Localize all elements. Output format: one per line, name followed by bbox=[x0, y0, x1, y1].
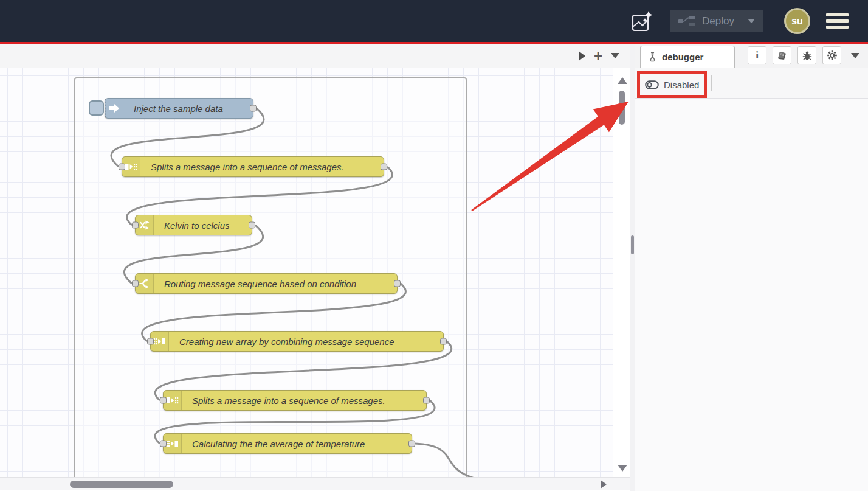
vertical-scrollbar-thumb[interactable] bbox=[619, 91, 625, 125]
hamburger-menu-icon[interactable] bbox=[826, 13, 849, 29]
sidebar: debugger i bbox=[635, 44, 868, 491]
debug-button[interactable] bbox=[797, 46, 816, 64]
debug-toolbar: Disabled bbox=[635, 68, 868, 99]
output-port[interactable] bbox=[250, 105, 257, 112]
sidebar-tabs: debugger i bbox=[635, 44, 868, 68]
node-label: Routing message sequence based on condit… bbox=[154, 274, 397, 293]
horizontal-scrollbar[interactable] bbox=[0, 477, 630, 490]
sidebar-separator[interactable] bbox=[630, 44, 635, 491]
settings-button[interactable] bbox=[822, 46, 841, 64]
flow-node-join[interactable]: Creating new array by combining message … bbox=[150, 331, 444, 352]
debug-disabled-toggle[interactable]: Disabled bbox=[645, 80, 699, 90]
tab-debugger[interactable]: debugger bbox=[640, 46, 735, 68]
flow-node-inject[interactable]: Inject the sample data bbox=[105, 98, 253, 119]
flow-node-split[interactable]: Splits a message into a sequence of mess… bbox=[163, 390, 427, 411]
input-port[interactable] bbox=[160, 397, 167, 404]
sidebar-menu-chevron-icon[interactable] bbox=[851, 53, 859, 58]
bug-icon bbox=[802, 50, 812, 61]
separator-drag-handle[interactable] bbox=[631, 235, 634, 254]
inject-arrow-icon bbox=[105, 99, 123, 118]
horizontal-scrollbar-thumb[interactable] bbox=[70, 481, 173, 488]
debug-messages-panel bbox=[635, 99, 868, 491]
deploy-label: Deploy bbox=[702, 15, 734, 27]
node-label: Splits a message into a sequence of mess… bbox=[182, 391, 426, 410]
scroll-tabs-right-icon[interactable] bbox=[579, 51, 585, 61]
avatar[interactable]: su bbox=[784, 8, 810, 34]
toggle-icon bbox=[645, 80, 659, 89]
scroll-up-icon[interactable] bbox=[618, 77, 627, 84]
node-label: Creating new array by combining message … bbox=[169, 332, 443, 351]
output-port[interactable] bbox=[423, 397, 430, 404]
avatar-initials: su bbox=[791, 16, 803, 27]
node-label: Kelvin to celcius bbox=[154, 215, 252, 235]
flow-node-switch[interactable]: Routing message sequence based on condit… bbox=[135, 273, 398, 294]
annotation-highlight-box: Disabled bbox=[637, 71, 707, 98]
node-label: Inject the sample data bbox=[123, 99, 253, 118]
scroll-right-icon[interactable] bbox=[601, 480, 607, 489]
input-port[interactable] bbox=[132, 222, 139, 229]
flow-node-split[interactable]: Splits a message into a sequence of mess… bbox=[122, 156, 384, 177]
chevron-down-icon bbox=[748, 19, 755, 23]
input-port[interactable] bbox=[119, 164, 125, 170]
inject-trigger-button[interactable] bbox=[89, 100, 104, 116]
flask-icon bbox=[648, 52, 657, 62]
vertical-scrollbar[interactable] bbox=[617, 68, 627, 477]
input-port[interactable] bbox=[147, 338, 154, 345]
tab-debugger-label: debugger bbox=[662, 52, 703, 62]
info-icon: i bbox=[756, 49, 759, 61]
node-label: Calculating the the average of temperatu… bbox=[182, 434, 412, 453]
flow-node-join[interactable]: Calculating the the average of temperatu… bbox=[163, 433, 412, 454]
node-label: Splits a message into a sequence of mess… bbox=[140, 157, 384, 176]
flow-tabbar: + bbox=[0, 44, 630, 68]
output-port[interactable] bbox=[440, 338, 447, 345]
book-icon bbox=[777, 50, 787, 60]
input-port[interactable] bbox=[132, 280, 139, 287]
flow-canvas[interactable]: Inject the sample dataSplits a message i… bbox=[0, 68, 630, 477]
info-button[interactable]: i bbox=[748, 46, 766, 64]
docs-button[interactable] bbox=[773, 46, 791, 64]
output-port[interactable] bbox=[249, 222, 255, 229]
flow-list-dropdown-icon[interactable] bbox=[611, 53, 619, 58]
output-port[interactable] bbox=[381, 164, 387, 170]
flow-workspace: + Inject the sample dataSplits a message… bbox=[0, 44, 630, 491]
toolbar-divider bbox=[711, 75, 712, 91]
gear-icon bbox=[827, 50, 838, 61]
flow-ai-icon[interactable] bbox=[630, 9, 654, 33]
output-port[interactable] bbox=[394, 280, 401, 287]
deploy-button[interactable]: Deploy bbox=[670, 10, 763, 32]
input-port[interactable] bbox=[160, 441, 167, 447]
flow-node-change[interactable]: Kelvin to celcius bbox=[135, 215, 252, 235]
disabled-label: Disabled bbox=[664, 80, 699, 90]
scroll-down-icon[interactable] bbox=[618, 465, 627, 472]
deploy-icon bbox=[678, 16, 695, 26]
add-flow-icon[interactable]: + bbox=[594, 50, 602, 62]
output-port[interactable] bbox=[408, 441, 415, 447]
app-header: Deploy su bbox=[0, 0, 868, 42]
